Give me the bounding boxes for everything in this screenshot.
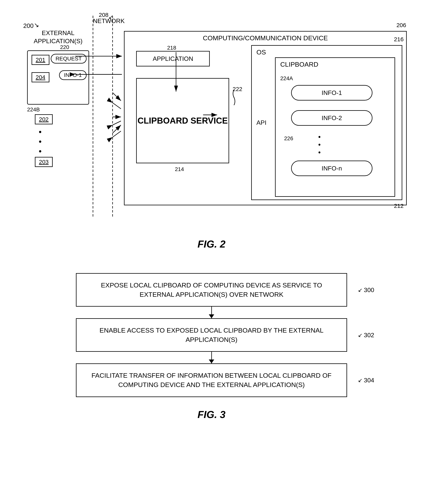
os-label: OS — [256, 48, 266, 56]
box-204-label: 204 — [32, 72, 49, 82]
os-box: OS 216 212 API CLIPBOARD 224A INFO-1 INF… — [251, 45, 402, 200]
application-box: APPLICATION — [136, 51, 210, 66]
computing-device-box: COMPUTING/COMMUNICATION DEVICE 206 APPLI… — [124, 31, 407, 205]
fig3-title: FIG. 3 — [16, 409, 407, 420]
clipboard-dots-3: • — [318, 149, 321, 156]
flow-step-304: FACILITATE TRANSFER OF INFORMATION BETWE… — [76, 363, 347, 397]
ext-apps-frame: 201 204 REQUEST INFO-1 220 — [27, 50, 89, 105]
svg-line-10 — [113, 121, 121, 125]
clipboard-info2: INFO-2 — [291, 110, 372, 126]
fig2-title: FIG. 2 — [16, 238, 407, 250]
flow-step-304-container: FACILITATE TRANSFER OF INFORMATION BETWE… — [76, 363, 347, 397]
flow-step-300: EXPOSE LOCAL CLIPBOARD OF COMPUTING DEVI… — [76, 273, 347, 307]
clipboard-info1: INFO-1 — [291, 85, 372, 101]
ref-208-arrow: ↙ — [108, 13, 113, 20]
clipboard-box: CLIPBOARD 224A INFO-1 INFO-2 226 • • • I… — [275, 57, 395, 197]
ref-216: 216 — [394, 36, 404, 43]
clipboard-infon: INFO-n — [291, 161, 372, 176]
clipboard-dots-2: • — [318, 141, 321, 148]
ref-200: 200 — [23, 22, 34, 30]
ref-208: 208 — [99, 12, 108, 18]
computing-device-label: COMPUTING/COMMUNICATION DEVICE — [203, 34, 328, 42]
ref-206: 206 — [396, 22, 406, 29]
network-label: NETWORK — [93, 18, 118, 24]
box-203: 203 — [35, 157, 53, 167]
api-label: API — [256, 119, 267, 126]
box-202: 202 — [35, 114, 53, 124]
flow-step-302-container: ENABLE ACCESS TO EXPOSED LOCAL CLIPBOARD… — [76, 318, 347, 352]
ref-300: ↙ 300 — [358, 286, 374, 294]
ref-220: 220 — [60, 44, 69, 50]
ref-224b: 224B — [27, 107, 40, 113]
ext-apps-label: EXTERNAL APPLICATION(S) — [27, 29, 89, 45]
svg-line-9 — [113, 103, 121, 109]
ref-226: 226 — [284, 135, 293, 142]
svg-line-6 — [113, 93, 121, 101]
fig2-diagram: 200 ↘ EXTERNAL APPLICATION(S) 201 204 RE… — [16, 12, 407, 234]
squiggle-222 — [231, 90, 237, 105]
ref-214: 214 — [175, 166, 184, 172]
dots-2: • — [39, 138, 42, 146]
request-pill: REQUEST — [51, 54, 87, 64]
clipboard-dots-1: • — [318, 133, 321, 140]
fig3-diagram: EXPOSE LOCAL CLIPBOARD OF COMPUTING DEVI… — [16, 273, 407, 420]
ref-224a: 224A — [280, 75, 293, 82]
dots-1: • — [39, 128, 42, 136]
flow-arrow-2 — [211, 352, 212, 363]
page-container: 200 ↘ EXTERNAL APPLICATION(S) 201 204 RE… — [0, 0, 423, 504]
flow-step-300-container: EXPOSE LOCAL CLIPBOARD OF COMPUTING DEVI… — [76, 273, 347, 307]
ref-218: 218 — [167, 45, 176, 51]
clipboard-label: CLIPBOARD — [280, 61, 318, 68]
ref-212: 212 — [394, 203, 404, 209]
flow-step-302: ENABLE ACCESS TO EXPOSED LOCAL CLIPBOARD… — [76, 318, 347, 352]
ref-304: ↙ 304 — [358, 377, 374, 384]
box-201-label: 201 — [32, 55, 49, 65]
flow-arrow-1 — [211, 307, 212, 318]
ref-200-arrow: ↘ — [34, 21, 39, 29]
dots-3: • — [39, 147, 42, 155]
svg-line-8 — [113, 125, 121, 133]
flowchart: EXPOSE LOCAL CLIPBOARD OF COMPUTING DEVI… — [16, 273, 407, 397]
clipboard-service-box: CLIPBOARD SERVICE — [136, 78, 229, 163]
ref-302: ↙ 302 — [358, 331, 374, 339]
svg-line-11 — [113, 131, 121, 137]
info1-pill: INFO-1 — [59, 70, 87, 80]
